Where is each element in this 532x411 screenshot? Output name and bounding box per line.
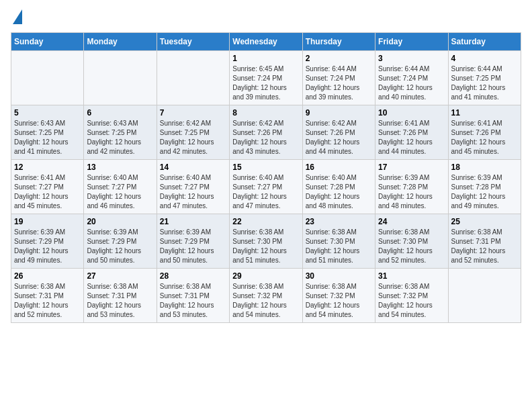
calendar-week-row: 5Sunrise: 6:43 AMSunset: 7:25 PMDaylight… (11, 105, 521, 160)
day-number: 27 (87, 271, 153, 281)
calendar-day-14: 14Sunrise: 6:40 AMSunset: 7:27 PMDayligh… (157, 160, 229, 214)
day-number: 2 (306, 54, 372, 63)
day-info: Sunrise: 6:43 AMSunset: 7:25 PMDaylight:… (87, 119, 153, 156)
day-number: 22 (232, 217, 299, 226)
logo-icon (13, 9, 22, 24)
calendar-day-2: 2Sunrise: 6:44 AMSunset: 7:24 PMDaylight… (302, 51, 375, 105)
day-info: Sunrise: 6:38 AMSunset: 7:31 PMDaylight:… (451, 228, 518, 265)
day-info: Sunrise: 6:41 AMSunset: 7:26 PMDaylight:… (378, 119, 445, 156)
day-number: 31 (378, 271, 445, 281)
day-number: 29 (232, 271, 299, 281)
calendar-day-9: 9Sunrise: 6:42 AMSunset: 7:26 PMDaylight… (302, 105, 375, 160)
calendar-day-1: 1Sunrise: 6:45 AMSunset: 7:24 PMDaylight… (230, 51, 302, 105)
calendar-header-row: SundayMondayTuesdayWednesdayThursdayFrid… (11, 33, 521, 51)
calendar-day-13: 13Sunrise: 6:40 AMSunset: 7:27 PMDayligh… (84, 160, 157, 214)
calendar-day-21: 21Sunrise: 6:39 AMSunset: 7:29 PMDayligh… (157, 214, 229, 269)
day-number: 8 (232, 108, 299, 118)
calendar-day-7: 7Sunrise: 6:42 AMSunset: 7:25 PMDaylight… (157, 105, 229, 160)
calendar-day-18: 18Sunrise: 6:39 AMSunset: 7:28 PMDayligh… (448, 160, 521, 214)
day-number: 10 (378, 108, 445, 118)
day-number: 21 (160, 217, 226, 226)
calendar-week-row: 1Sunrise: 6:45 AMSunset: 7:24 PMDaylight… (11, 51, 521, 105)
day-number: 30 (306, 271, 372, 281)
calendar-empty-cell (84, 51, 157, 105)
day-number: 15 (232, 163, 299, 172)
calendar-day-20: 20Sunrise: 6:39 AMSunset: 7:29 PMDayligh… (84, 214, 157, 269)
day-number: 5 (14, 108, 81, 118)
day-info: Sunrise: 6:38 AMSunset: 7:32 PMDaylight:… (232, 282, 299, 320)
day-number: 24 (378, 217, 445, 226)
day-info: Sunrise: 6:38 AMSunset: 7:31 PMDaylight:… (87, 282, 153, 320)
calendar-empty-cell (448, 269, 521, 323)
day-number: 13 (87, 163, 153, 172)
day-info: Sunrise: 6:40 AMSunset: 7:28 PMDaylight:… (306, 173, 372, 211)
day-info: Sunrise: 6:39 AMSunset: 7:29 PMDaylight:… (87, 228, 153, 265)
calendar-day-16: 16Sunrise: 6:40 AMSunset: 7:28 PMDayligh… (302, 160, 375, 214)
calendar-week-row: 19Sunrise: 6:39 AMSunset: 7:29 PMDayligh… (11, 214, 521, 269)
day-number: 14 (160, 163, 226, 172)
day-info: Sunrise: 6:38 AMSunset: 7:32 PMDaylight:… (378, 282, 445, 320)
day-info: Sunrise: 6:38 AMSunset: 7:30 PMDaylight:… (378, 228, 445, 265)
day-info: Sunrise: 6:39 AMSunset: 7:29 PMDaylight:… (160, 228, 226, 265)
calendar-day-19: 19Sunrise: 6:39 AMSunset: 7:29 PMDayligh… (11, 214, 84, 269)
calendar-day-4: 4Sunrise: 6:44 AMSunset: 7:25 PMDaylight… (448, 51, 521, 105)
day-info: Sunrise: 6:41 AMSunset: 7:27 PMDaylight:… (14, 173, 81, 211)
day-info: Sunrise: 6:38 AMSunset: 7:30 PMDaylight:… (306, 228, 372, 265)
day-info: Sunrise: 6:38 AMSunset: 7:31 PMDaylight:… (160, 282, 226, 320)
day-number: 28 (160, 271, 226, 281)
day-info: Sunrise: 6:39 AMSunset: 7:28 PMDaylight:… (451, 173, 518, 211)
calendar-day-31: 31Sunrise: 6:38 AMSunset: 7:32 PMDayligh… (375, 269, 448, 323)
calendar-day-29: 29Sunrise: 6:38 AMSunset: 7:32 PMDayligh… (230, 269, 302, 323)
day-number: 23 (306, 217, 372, 226)
day-number: 11 (451, 108, 518, 118)
day-number: 3 (378, 54, 445, 63)
calendar-day-28: 28Sunrise: 6:38 AMSunset: 7:31 PMDayligh… (157, 269, 229, 323)
day-number: 12 (14, 163, 81, 172)
calendar-empty-cell (157, 51, 229, 105)
day-number: 1 (232, 54, 299, 63)
day-info: Sunrise: 6:38 AMSunset: 7:30 PMDaylight:… (232, 228, 299, 265)
day-header-tuesday: Tuesday (157, 33, 229, 51)
day-header-thursday: Thursday (302, 33, 375, 51)
day-header-friday: Friday (375, 33, 448, 51)
day-info: Sunrise: 6:39 AMSunset: 7:28 PMDaylight:… (378, 173, 445, 211)
day-number: 6 (87, 108, 153, 118)
day-info: Sunrise: 6:44 AMSunset: 7:25 PMDaylight:… (451, 64, 518, 102)
day-header-sunday: Sunday (11, 33, 84, 51)
day-info: Sunrise: 6:44 AMSunset: 7:24 PMDaylight:… (378, 64, 445, 102)
calendar-day-10: 10Sunrise: 6:41 AMSunset: 7:26 PMDayligh… (375, 105, 448, 160)
day-info: Sunrise: 6:42 AMSunset: 7:26 PMDaylight:… (306, 119, 372, 156)
day-number: 18 (451, 163, 518, 172)
day-info: Sunrise: 6:39 AMSunset: 7:29 PMDaylight:… (14, 228, 81, 265)
logo (11, 11, 22, 24)
day-info: Sunrise: 6:40 AMSunset: 7:27 PMDaylight:… (160, 173, 226, 211)
day-number: 26 (14, 271, 81, 281)
day-info: Sunrise: 6:40 AMSunset: 7:27 PMDaylight:… (232, 173, 299, 211)
day-info: Sunrise: 6:42 AMSunset: 7:25 PMDaylight:… (160, 119, 226, 156)
calendar-day-22: 22Sunrise: 6:38 AMSunset: 7:30 PMDayligh… (230, 214, 302, 269)
calendar-day-8: 8Sunrise: 6:42 AMSunset: 7:26 PMDaylight… (230, 105, 302, 160)
day-number: 19 (14, 217, 81, 226)
day-info: Sunrise: 6:41 AMSunset: 7:26 PMDaylight:… (451, 119, 518, 156)
calendar-day-25: 25Sunrise: 6:38 AMSunset: 7:31 PMDayligh… (448, 214, 521, 269)
day-header-wednesday: Wednesday (230, 33, 302, 51)
day-info: Sunrise: 6:38 AMSunset: 7:31 PMDaylight:… (14, 282, 81, 320)
day-info: Sunrise: 6:38 AMSunset: 7:32 PMDaylight:… (306, 282, 372, 320)
calendar-week-row: 26Sunrise: 6:38 AMSunset: 7:31 PMDayligh… (11, 269, 521, 323)
calendar-day-27: 27Sunrise: 6:38 AMSunset: 7:31 PMDayligh… (84, 269, 157, 323)
day-info: Sunrise: 6:45 AMSunset: 7:24 PMDaylight:… (232, 64, 299, 102)
day-number: 4 (451, 54, 518, 63)
day-number: 17 (378, 163, 445, 172)
calendar-week-row: 12Sunrise: 6:41 AMSunset: 7:27 PMDayligh… (11, 160, 521, 214)
day-info: Sunrise: 6:43 AMSunset: 7:25 PMDaylight:… (14, 119, 81, 156)
day-header-monday: Monday (84, 33, 157, 51)
day-number: 25 (451, 217, 518, 226)
day-info: Sunrise: 6:44 AMSunset: 7:24 PMDaylight:… (306, 64, 372, 102)
day-number: 20 (87, 217, 153, 226)
calendar-day-5: 5Sunrise: 6:43 AMSunset: 7:25 PMDaylight… (11, 105, 84, 160)
calendar-day-3: 3Sunrise: 6:44 AMSunset: 7:24 PMDaylight… (375, 51, 448, 105)
day-number: 7 (160, 108, 226, 118)
day-header-saturday: Saturday (448, 33, 521, 51)
page-header (11, 11, 521, 24)
calendar-table: SundayMondayTuesdayWednesdayThursdayFrid… (11, 32, 521, 323)
